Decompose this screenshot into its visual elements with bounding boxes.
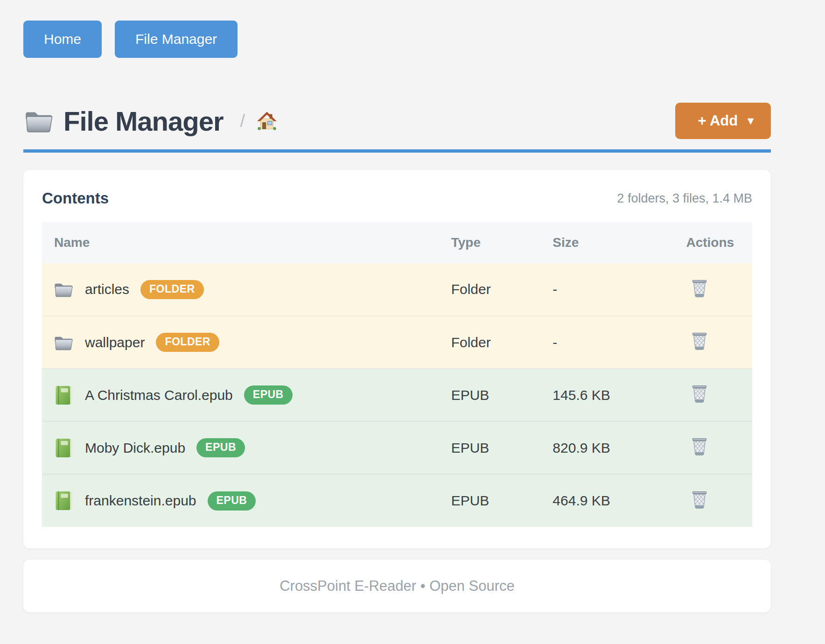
page-header: File Manager / + Add ▼: [23, 103, 771, 139]
type-badge: EPUB: [244, 385, 293, 405]
folder-icon: [23, 105, 54, 136]
contents-card: Contents 2 folders, 3 files, 1.4 MB Name…: [23, 170, 771, 548]
page-title: File Manager: [63, 105, 224, 137]
book-icon: [53, 385, 74, 406]
size-cell: 820.9 KB: [552, 421, 686, 474]
table-header-row: Name Type Size Actions: [42, 222, 752, 263]
type-cell: Folder: [451, 263, 553, 316]
type-cell: EPUB: [451, 369, 553, 421]
type-cell: Folder: [451, 316, 553, 369]
size-cell: 464.9 KB: [552, 474, 686, 527]
title-wrap: File Manager /: [23, 105, 278, 137]
size-cell: -: [552, 316, 686, 369]
column-header-actions: Actions: [686, 222, 752, 263]
size-cell: 145.6 KB: [552, 369, 686, 421]
column-header-size: Size: [552, 222, 686, 263]
file-table: Name Type Size Actions articles FOLDER F…: [42, 222, 752, 527]
page: Home File Manager File Manager / + Add ▼…: [0, 0, 825, 612]
table-row[interactable]: frankenstein.epub EPUB EPUB 464.9 KB: [42, 474, 752, 527]
type-cell: EPUB: [451, 474, 553, 527]
table-row[interactable]: A Christmas Carol.epub EPUB EPUB 145.6 K…: [42, 369, 752, 421]
file-name[interactable]: wallpaper: [85, 335, 145, 350]
title-underline: [23, 149, 771, 153]
trash-icon[interactable]: [689, 277, 710, 300]
column-header-type: Type: [451, 222, 553, 263]
file-name[interactable]: frankenstein.epub: [85, 493, 196, 509]
breadcrumb-separator: /: [240, 111, 245, 131]
file-name[interactable]: A Christmas Carol.epub: [85, 387, 233, 403]
type-badge: FOLDER: [156, 333, 219, 352]
trash-icon[interactable]: [689, 435, 710, 458]
folder-icon: [53, 279, 74, 300]
footer-text: CrossPoint E-Reader • Open Source: [280, 578, 515, 595]
trash-icon[interactable]: [689, 330, 710, 353]
book-icon: [53, 438, 74, 458]
trash-icon[interactable]: [689, 383, 710, 406]
contents-card-header: Contents 2 folders, 3 files, 1.4 MB: [42, 189, 752, 207]
caret-down-icon: ▼: [745, 116, 756, 126]
file-table-body: articles FOLDER Folder - wallpaper FOLDE…: [42, 263, 752, 527]
type-cell: EPUB: [451, 421, 553, 474]
nav-button-home[interactable]: Home: [23, 21, 102, 58]
contents-heading: Contents: [42, 189, 109, 207]
column-header-name: Name: [42, 222, 451, 263]
add-button-text: + Add: [698, 112, 738, 129]
file-name[interactable]: articles: [85, 281, 129, 297]
add-button[interactable]: + Add ▼: [675, 103, 771, 139]
type-badge: FOLDER: [140, 280, 204, 299]
nav-button-file-manager[interactable]: File Manager: [115, 21, 238, 58]
contents-summary: 2 folders, 3 files, 1.4 MB: [617, 191, 752, 206]
table-row[interactable]: wallpaper FOLDER Folder -: [42, 316, 752, 369]
book-icon: [53, 490, 74, 511]
trash-icon[interactable]: [689, 489, 710, 511]
size-cell: -: [552, 263, 686, 316]
type-badge: EPUB: [208, 491, 256, 511]
footer-card: CrossPoint E-Reader • Open Source: [23, 560, 771, 612]
file-name[interactable]: Moby Dick.epub: [85, 440, 185, 456]
top-nav: Home File Manager: [23, 21, 771, 58]
table-row[interactable]: Moby Dick.epub EPUB EPUB 820.9 KB: [42, 421, 752, 474]
folder-icon: [53, 332, 74, 353]
house-icon[interactable]: [256, 110, 278, 132]
type-badge: EPUB: [196, 438, 245, 457]
table-row[interactable]: articles FOLDER Folder -: [42, 263, 752, 316]
